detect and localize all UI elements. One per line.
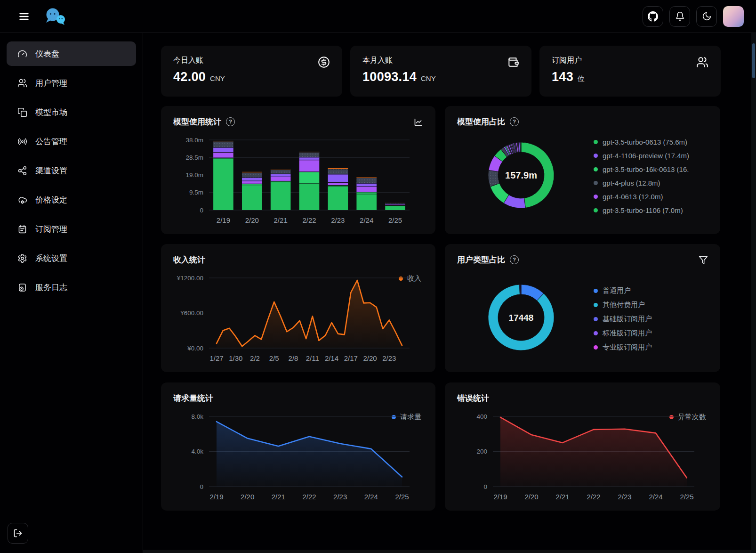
legend-item[interactable]: 普通用户: [594, 284, 652, 298]
stat-label: 今日入账: [173, 56, 330, 65]
svg-text:2/19: 2/19: [493, 493, 507, 501]
notifications-button[interactable]: [669, 6, 690, 27]
legend-item[interactable]: gpt-4-plus (12.8m): [594, 176, 689, 190]
legend-item[interactable]: gpt-3.5-turbo-1106 (7.0m): [594, 203, 689, 217]
file-clock-icon: [17, 283, 27, 293]
topbar: [0, 0, 756, 33]
vertical-scrollbar: [751, 33, 756, 553]
card-title: 请求量统计: [173, 393, 423, 404]
stat-label: 本月入账: [362, 56, 519, 65]
model-usage-card: 模型使用统计 ? 09.5m19.0m28.5m38.0m2/192/202/2…: [161, 106, 435, 234]
legend-label: gpt-4-0613 (12.0m): [603, 193, 663, 201]
gauge-icon: [17, 49, 27, 59]
sidebar-item-9[interactable]: 服务日志: [7, 275, 136, 300]
legend-label: gpt-3.5-turbo-16k-0613 (16.: [603, 165, 689, 173]
legend-dot: [594, 208, 598, 212]
legend-item[interactable]: 标准版订阅用户: [594, 326, 652, 340]
sidebar-item-4[interactable]: 公告管理: [7, 129, 136, 154]
sidebar-item-3[interactable]: 模型市场: [7, 100, 136, 124]
svg-text:2/21: 2/21: [274, 216, 288, 224]
sidebar-item-label: 渠道设置: [35, 165, 67, 176]
stat-card-today-income: 今日入账 42.00 CNY: [161, 46, 342, 97]
svg-text:2/19: 2/19: [209, 493, 223, 501]
legend-label: 专业版订阅用户: [603, 343, 652, 352]
cloud-cog-icon: [17, 195, 27, 205]
chart-type-toggle-button[interactable]: [413, 117, 423, 127]
copy-icon: [17, 107, 27, 117]
legend-item[interactable]: gpt-4-1106-preview (17.4m): [594, 149, 689, 163]
sidebar-item-8[interactable]: 系统设置: [7, 246, 136, 270]
svg-text:2/25: 2/25: [680, 493, 693, 501]
line-chart-icon: [413, 117, 423, 127]
help-icon[interactable]: ?: [510, 255, 519, 264]
chat-bubbles-icon: [43, 7, 68, 26]
stat-value: 143: [552, 70, 573, 84]
share-icon: [17, 166, 27, 176]
filter-button[interactable]: [699, 255, 708, 265]
sidebar-item-1[interactable]: 仪表盘: [7, 41, 136, 66]
legend-item[interactable]: gpt-4-0613 (12.0m): [594, 190, 689, 203]
legend-dot: [594, 345, 598, 350]
main-content: 今日入账 42.00 CNY 本月入账 10093.14 CNY 订阅用户 14…: [143, 33, 748, 553]
sidebar-item-6[interactable]: 价格设定: [7, 187, 136, 212]
subscribers-icon: [696, 56, 708, 68]
svg-text:2/22: 2/22: [302, 216, 316, 224]
user-type-legend: 普通用户其他付费用户基础版订阅用户标准版订阅用户专业版订阅用户: [594, 284, 652, 354]
legend-item[interactable]: 专业版订阅用户: [594, 340, 652, 354]
stat-label: 订阅用户: [552, 56, 708, 65]
svg-text:2/21: 2/21: [272, 493, 285, 501]
svg-text:2/23: 2/23: [618, 493, 631, 501]
copy-icon: [17, 107, 27, 117]
sidebar-item-label: 订阅管理: [35, 224, 67, 235]
legend-label: 其他付费用户: [603, 301, 645, 309]
svg-text:1/30: 1/30: [229, 354, 242, 362]
users-icon: [17, 78, 27, 88]
legend-item[interactable]: gpt-3.5-turbo-0613 (75.6m): [594, 135, 689, 149]
svg-text:2/25: 2/25: [395, 493, 409, 501]
theme-toggle-button[interactable]: [696, 6, 717, 27]
card-title: 用户类型占比 ?: [457, 254, 708, 265]
card-title: 收入统计: [173, 254, 423, 265]
sidebar-item-label: 系统设置: [35, 253, 67, 264]
help-icon[interactable]: ?: [510, 117, 519, 126]
legend-item[interactable]: 基础版订阅用户: [594, 312, 652, 326]
sidebar-item-label: 模型市场: [35, 107, 67, 118]
hamburger-menu-button[interactable]: [15, 8, 33, 25]
sidebar-item-2[interactable]: 用户管理: [7, 71, 136, 95]
logout-button[interactable]: [8, 523, 28, 544]
horizontal-scrollbar[interactable]: [143, 550, 751, 553]
sidebar-item-label: 公告管理: [35, 136, 67, 147]
legend-dot: [594, 140, 598, 144]
wallet-icon: [507, 56, 519, 68]
legend-dot: [594, 303, 598, 307]
user-avatar[interactable]: [723, 6, 744, 27]
sidebar-item-label: 服务日志: [35, 282, 67, 293]
scrollbar-thumb[interactable]: [752, 43, 755, 78]
svg-text:2/24: 2/24: [364, 493, 378, 501]
sidebar-menu: 仪表盘用户管理模型市场公告管理渠道设置价格设定订阅管理系统设置服务日志: [7, 41, 136, 300]
sidebar-item-label: 用户管理: [35, 78, 67, 89]
svg-text:2/2: 2/2: [250, 354, 260, 362]
legend-item[interactable]: 其他付费用户: [594, 298, 652, 312]
gear-icon: [17, 253, 27, 263]
sidebar-item-7[interactable]: 订阅管理: [7, 217, 136, 241]
sidebar-item-5[interactable]: 渠道设置: [7, 158, 136, 183]
radio-icon: [17, 137, 27, 146]
filter-icon: [699, 255, 708, 265]
svg-text:400: 400: [476, 413, 487, 420]
legend-label: 基础版订阅用户: [603, 315, 652, 324]
svg-text:2/20: 2/20: [363, 354, 377, 362]
help-icon[interactable]: ?: [226, 117, 235, 126]
app-logo: [43, 7, 68, 26]
legend-label: gpt-3.5-turbo-1106 (7.0m): [603, 206, 683, 214]
calendar-icon: [17, 224, 27, 234]
svg-text:2/11: 2/11: [306, 354, 319, 362]
radio-icon: [17, 137, 27, 146]
users-icon: [17, 78, 27, 88]
svg-text:2/23: 2/23: [333, 493, 347, 501]
svg-text:38.0m: 38.0m: [185, 137, 203, 144]
github-button[interactable]: [643, 6, 663, 27]
svg-text:2/19: 2/19: [217, 216, 230, 224]
stat-unit: 位: [578, 74, 585, 83]
legend-item[interactable]: gpt-3.5-turbo-16k-0613 (16.: [594, 163, 689, 176]
